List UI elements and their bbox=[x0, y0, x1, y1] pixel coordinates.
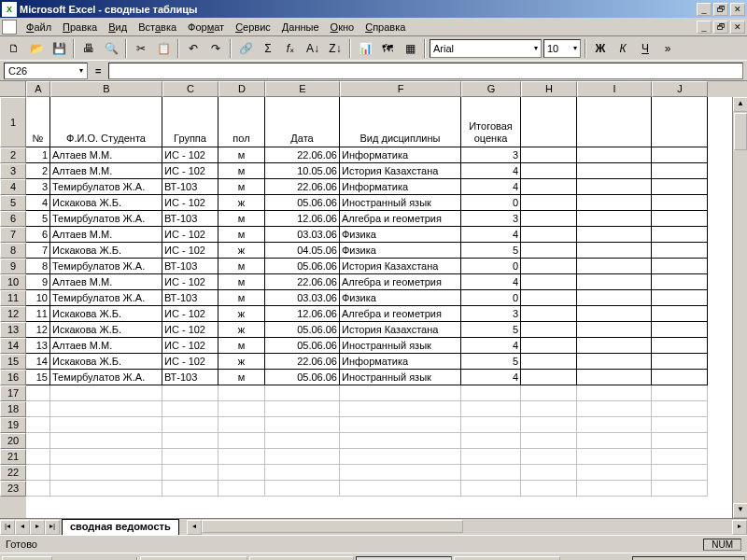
row-header-12[interactable]: 12 bbox=[0, 306, 26, 322]
cell-E6[interactable]: 12.06.06 bbox=[265, 211, 340, 227]
row-header-5[interactable]: 5 bbox=[0, 195, 26, 211]
cell-C3[interactable]: ИС - 102 bbox=[162, 163, 218, 179]
cell-H5[interactable] bbox=[521, 195, 577, 211]
cell-G14[interactable]: 4 bbox=[461, 338, 521, 354]
cell-J1[interactable] bbox=[652, 97, 708, 147]
cell-G23[interactable] bbox=[461, 481, 521, 497]
task-button-4[interactable]: уведомление - ... bbox=[454, 556, 560, 561]
cell-J6[interactable] bbox=[652, 211, 708, 227]
cell-G4[interactable]: 4 bbox=[461, 179, 521, 195]
more-button[interactable]: » bbox=[657, 38, 678, 59]
cell-A5[interactable]: 4 bbox=[26, 195, 50, 211]
cell-G8[interactable]: 5 bbox=[461, 243, 521, 259]
menu-window[interactable]: Окно bbox=[325, 20, 360, 35]
tab-last[interactable]: ▸| bbox=[45, 520, 60, 535]
row-header-8[interactable]: 8 bbox=[0, 243, 26, 259]
cell-D11[interactable]: м bbox=[218, 290, 265, 306]
cell-C1[interactable]: Группа bbox=[162, 97, 218, 147]
cell-I15[interactable] bbox=[577, 354, 652, 370]
cell-F12[interactable]: Алгебра и геометрия bbox=[340, 306, 461, 322]
row-header-22[interactable]: 22 bbox=[0, 465, 26, 481]
cell-D17[interactable] bbox=[218, 385, 265, 401]
cell-D21[interactable] bbox=[218, 449, 265, 465]
font-size-selector[interactable]: 10▾ bbox=[543, 39, 581, 58]
menu-view[interactable]: Вид bbox=[103, 20, 133, 35]
cell-F7[interactable]: Физика bbox=[340, 227, 461, 243]
cell-I17[interactable] bbox=[577, 385, 652, 401]
close-button[interactable]: ✕ bbox=[730, 3, 745, 16]
redo-button[interactable]: ↷ bbox=[205, 38, 226, 59]
cell-A8[interactable]: 7 bbox=[26, 243, 50, 259]
cell-E8[interactable]: 04.05.06 bbox=[265, 243, 340, 259]
cell-G7[interactable]: 4 bbox=[461, 227, 521, 243]
cell-E19[interactable] bbox=[265, 417, 340, 433]
undo-button[interactable]: ↶ bbox=[183, 38, 204, 59]
row-header-9[interactable]: 9 bbox=[0, 259, 26, 274]
cell-I18[interactable] bbox=[577, 401, 652, 417]
cell-C2[interactable]: ИС - 102 bbox=[162, 147, 218, 163]
cell-F13[interactable]: История Казахстана bbox=[340, 322, 461, 338]
cell-B20[interactable] bbox=[50, 433, 162, 449]
sort-asc-button[interactable]: A↓ bbox=[303, 38, 323, 59]
cell-E1[interactable]: Дата bbox=[265, 97, 340, 147]
cell-F5[interactable]: Иностранный язык bbox=[340, 195, 461, 211]
cell-I3[interactable] bbox=[577, 163, 652, 179]
cell-H22[interactable] bbox=[521, 465, 577, 481]
ql-desktop-icon[interactable]: 🖥 bbox=[54, 557, 73, 561]
cell-J4[interactable] bbox=[652, 179, 708, 195]
cell-F16[interactable]: Иностранный язык bbox=[340, 370, 461, 385]
cell-A23[interactable] bbox=[26, 481, 50, 497]
cell-G19[interactable] bbox=[461, 417, 521, 433]
cell-C21[interactable] bbox=[162, 449, 218, 465]
cell-H15[interactable] bbox=[521, 354, 577, 370]
minimize-button[interactable]: _ bbox=[697, 3, 712, 16]
preview-button[interactable]: 🔍 bbox=[101, 38, 121, 59]
cell-F20[interactable] bbox=[340, 433, 461, 449]
cell-D22[interactable] bbox=[218, 465, 265, 481]
cell-A10[interactable]: 9 bbox=[26, 274, 50, 290]
cell-C6[interactable]: ВТ-103 bbox=[162, 211, 218, 227]
cell-H14[interactable] bbox=[521, 338, 577, 354]
row-header-3[interactable]: 3 bbox=[0, 163, 26, 179]
cell-G9[interactable]: 0 bbox=[461, 259, 521, 274]
menu-data[interactable]: Данные bbox=[276, 20, 325, 35]
row-header-7[interactable]: 7 bbox=[0, 227, 26, 243]
vertical-scrollbar[interactable]: ▲ ▼ bbox=[732, 97, 747, 518]
cell-G13[interactable]: 5 bbox=[461, 322, 521, 338]
cell-H12[interactable] bbox=[521, 306, 577, 322]
cell-E4[interactable]: 22.06.06 bbox=[265, 179, 340, 195]
row-header-13[interactable]: 13 bbox=[0, 322, 26, 338]
cell-F1[interactable]: Вид дисциплины bbox=[340, 97, 461, 147]
cell-E13[interactable]: 05.06.06 bbox=[265, 322, 340, 338]
cell-I9[interactable] bbox=[577, 259, 652, 274]
cell-E9[interactable]: 05.06.06 bbox=[265, 259, 340, 274]
cell-H3[interactable] bbox=[521, 163, 577, 179]
cell-F21[interactable] bbox=[340, 449, 461, 465]
cell-D12[interactable]: ж bbox=[218, 306, 265, 322]
cell-A18[interactable] bbox=[26, 401, 50, 417]
horizontal-scrollbar[interactable]: ◂ ▸ bbox=[187, 520, 747, 535]
sort-desc-button[interactable]: Z↓ bbox=[325, 38, 345, 59]
underline-button[interactable]: Ч bbox=[635, 38, 655, 59]
cell-G5[interactable]: 0 bbox=[461, 195, 521, 211]
cell-J11[interactable] bbox=[652, 290, 708, 306]
cell-G16[interactable]: 4 bbox=[461, 370, 521, 385]
tab-first[interactable]: |◂ bbox=[0, 520, 15, 535]
cell-H23[interactable] bbox=[521, 481, 577, 497]
cell-F9[interactable]: История Казахстана bbox=[340, 259, 461, 274]
cell-A3[interactable]: 2 bbox=[26, 163, 50, 179]
cell-F15[interactable]: Информатика bbox=[340, 354, 461, 370]
cell-J23[interactable] bbox=[652, 481, 708, 497]
row-header-16[interactable]: 16 bbox=[0, 370, 26, 385]
cell-I10[interactable] bbox=[577, 274, 652, 290]
cell-J7[interactable] bbox=[652, 227, 708, 243]
menu-tools[interactable]: Сервис bbox=[230, 20, 276, 35]
cell-A1[interactable]: № bbox=[26, 97, 50, 147]
cell-A20[interactable] bbox=[26, 433, 50, 449]
cell-D7[interactable]: м bbox=[218, 227, 265, 243]
scroll-down-arrow[interactable]: ▼ bbox=[733, 503, 747, 518]
cell-C7[interactable]: ИС - 102 bbox=[162, 227, 218, 243]
cell-E12[interactable]: 12.06.06 bbox=[265, 306, 340, 322]
cell-B23[interactable] bbox=[50, 481, 162, 497]
doc-minimize-button[interactable]: _ bbox=[697, 21, 712, 34]
